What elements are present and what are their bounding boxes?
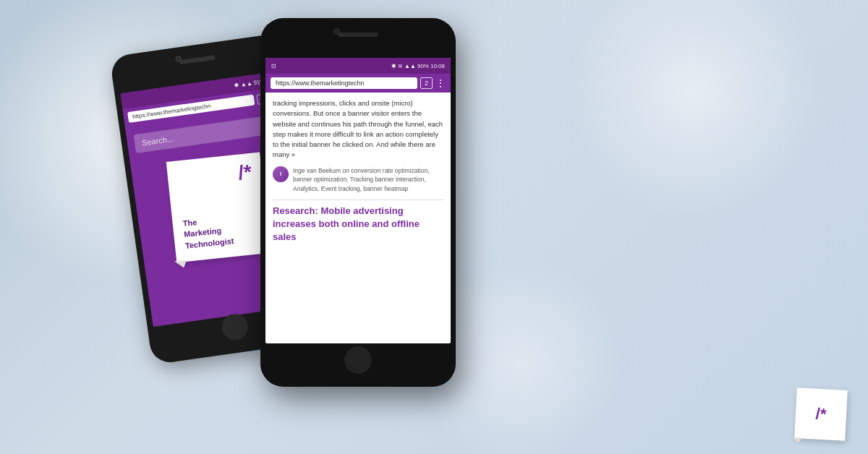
article-body: tracking impressions, clicks and onsite … [273, 98, 443, 160]
phone-front-home-btn[interactable] [344, 346, 372, 374]
front-battery: 90% [417, 63, 429, 69]
article-meta: I Inge van Beekum on conversion rate opt… [273, 166, 443, 194]
watermark-slash-star: /* [815, 405, 827, 424]
logo-text: The Marketing Technologist [182, 213, 234, 252]
phone-front-status-bar: ⊡ ✱ ≋ ▲▲ 90% 10:08 [265, 58, 451, 74]
author-img: I [273, 166, 289, 182]
front-wifi-icon: ≋ [398, 63, 403, 69]
signal-icon: ▲▲ [240, 80, 252, 87]
article-divider [273, 200, 443, 200]
logo-slash: /* [237, 162, 253, 184]
phone-front-url[interactable]: https://www.themarketingtechn [271, 77, 417, 89]
author-avatar: I [273, 166, 289, 182]
watermark: /* [796, 389, 846, 440]
image-icon: ⊡ [271, 63, 276, 69]
logo-note: /* The Marketing Technologist [166, 152, 271, 262]
phone-front-camera [333, 28, 340, 35]
bt-icon: ✱ [234, 82, 239, 89]
phone-front-speaker [339, 33, 378, 37]
phone-front-screen: ⊡ ✱ ≋ ▲▲ 90% 10:08 https://www.themarket… [265, 58, 451, 343]
phone-front-address-bar: https://www.themarketingtechn 2 ⋮ [265, 74, 451, 93]
article-next-title[interactable]: Research: Mobile advertising increases b… [273, 205, 443, 244]
front-bt-icon: ✱ [391, 63, 396, 69]
front-time: 10:08 [430, 63, 445, 69]
phone-front-tab-btn[interactable]: 2 [420, 77, 433, 89]
front-signal-icon: ▲▲ [404, 63, 416, 69]
status-bar-left: ⊡ [271, 63, 276, 69]
article-tags: Inge van Beekum on conversion rate optim… [293, 166, 443, 194]
watermark-note: /* [794, 387, 848, 441]
phone-front: ⊡ ✱ ≋ ▲▲ 90% 10:08 https://www.themarket… [260, 18, 456, 387]
phone-back-speaker [179, 55, 216, 64]
article-content: tracking impressions, clicks and onsite … [265, 93, 451, 249]
logo-asterisk: * [242, 160, 252, 184]
status-bar-right: ✱ ≋ ▲▲ 90% 10:08 [391, 63, 445, 69]
scene: ✱ ▲▲ 91% 10:0 https://www.themarketingte… [0, 0, 868, 454]
phone-front-menu[interactable]: ⋮ [435, 77, 446, 89]
